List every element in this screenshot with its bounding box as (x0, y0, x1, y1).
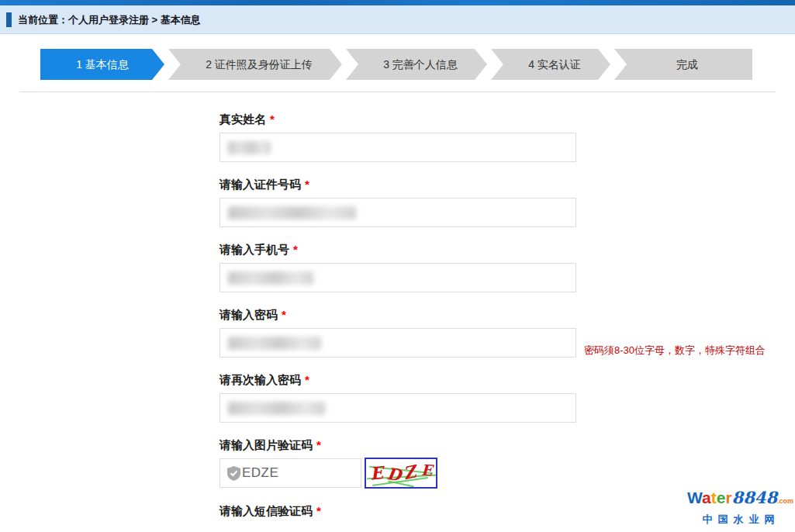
sms-code-label: 请输入短信验证码* (219, 504, 584, 516)
section-divider (19, 92, 776, 92)
field-real-name: 真实姓名* (219, 112, 584, 162)
logo-letter: r (725, 489, 731, 506)
field-sms-code: 请输入短信验证码* (219, 504, 584, 516)
captcha-row: EDZE E D Z E (219, 458, 584, 489)
redacted-value (228, 271, 313, 285)
breadcrumb-bar: 当前位置：个人用户登录注册 > 基本信息 (0, 5, 795, 34)
id-number-label: 请输入证件号码* (219, 178, 584, 190)
real-name-input[interactable] (219, 133, 576, 162)
password-label: 请输入密码* (219, 308, 584, 320)
real-name-label: 真实姓名* (219, 112, 584, 125)
redacted-value (228, 206, 356, 219)
field-password-confirm: 请再次输入密码* (219, 373, 584, 423)
redacted-value (228, 337, 321, 350)
wizard-step-done: 完成 (614, 49, 752, 80)
password-confirm-label: 请再次输入密码* (219, 373, 584, 385)
captcha-char: D (385, 464, 403, 485)
password-rule-hint: 密码须8-30位字母，数字，特殊字符组合 (584, 344, 766, 358)
image-captcha-input[interactable]: EDZE (219, 458, 361, 488)
wizard-step-id-upload: 2 证件照及身份证上传 (168, 49, 342, 80)
logo-subtitle: 中国水业网 (687, 513, 790, 527)
phone-input[interactable] (219, 263, 576, 292)
captcha-char: E (369, 462, 384, 484)
captcha-typed-value: EDZE (242, 465, 278, 481)
required-asterisk: * (270, 112, 275, 126)
field-image-captcha: 请输入图片验证码* EDZE E D Z E (219, 438, 584, 489)
logo-letter: t (711, 489, 717, 506)
required-asterisk: * (305, 373, 309, 386)
water8848-logo: Water8848.com 中国水业网 (687, 489, 790, 527)
wizard-step-realname-auth: 4 实名认证 (491, 49, 610, 80)
registration-form: 真实姓名* 请输入证件号码* 请输入手机号* 请输入密码* 请再次输入密码* (219, 112, 584, 532)
logo-wordmark: Water8848.com (687, 489, 790, 510)
password-confirm-input[interactable] (219, 393, 576, 423)
breadcrumb: 当前位置：个人用户登录注册 > 基本信息 (18, 5, 201, 34)
logo-tld: .com (777, 497, 793, 505)
redacted-value (228, 402, 325, 415)
logo-number: 8848 (732, 488, 777, 507)
required-asterisk: * (305, 178, 309, 191)
logo-letter: e (717, 489, 726, 506)
field-phone: 请输入手机号* (219, 243, 584, 292)
phone-label: 请输入手机号* (219, 243, 584, 255)
breadcrumb-accent-mark (6, 12, 12, 27)
required-asterisk: * (293, 243, 298, 256)
captcha-image[interactable]: E D Z E (365, 458, 437, 489)
wizard-step-basic-info: 1 基本信息 (40, 49, 164, 80)
field-id-number: 请输入证件号码* (219, 178, 584, 227)
required-asterisk: * (282, 308, 286, 321)
field-password: 请输入密码* (219, 308, 584, 358)
shield-check-icon (227, 466, 240, 481)
registration-page: 当前位置：个人用户登录注册 > 基本信息 1 基本信息 2 证件照及身份证上传 … (0, 0, 795, 532)
step-wizard: 1 基本信息 2 证件照及身份证上传 3 完善个人信息 4 实名认证 完成 (40, 49, 752, 80)
logo-letter: W (687, 489, 702, 506)
required-asterisk: * (316, 438, 321, 451)
top-accent-bar (0, 0, 795, 5)
logo-letter: a (702, 489, 711, 506)
wizard-step-personal-info: 3 完善个人信息 (346, 49, 487, 80)
id-number-input[interactable] (219, 198, 576, 227)
captcha-char: E (421, 461, 433, 478)
required-asterisk: * (316, 504, 321, 517)
password-input[interactable] (219, 328, 576, 358)
redacted-value (228, 141, 271, 154)
image-captcha-label: 请输入图片验证码* (219, 438, 584, 451)
